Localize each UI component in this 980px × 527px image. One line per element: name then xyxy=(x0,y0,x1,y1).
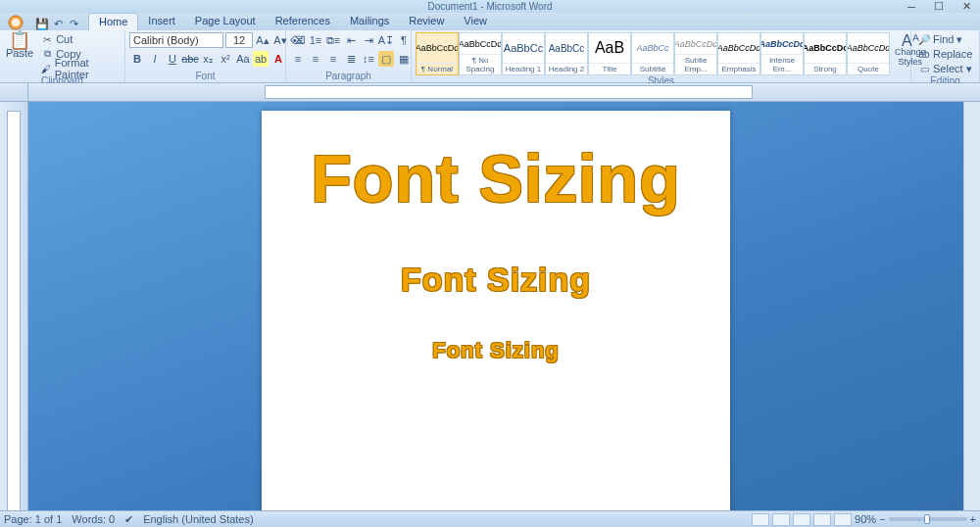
align-center-button[interactable]: ≡ xyxy=(308,51,323,67)
group-clipboard: 📋 Paste ✂Cut ⧉Copy 🖌Format Painter Clipb… xyxy=(0,30,125,82)
zoom-in-button[interactable]: + xyxy=(970,513,976,525)
bold-button[interactable]: B xyxy=(129,51,145,67)
wordart-text[interactable]: Font Sizing xyxy=(281,145,710,212)
tab-review[interactable]: Review xyxy=(399,13,454,30)
document-canvas[interactable]: Font SizingFont SizingFont Sizing xyxy=(28,102,963,510)
ribbon-tabs: 💾 ↶ ↷ HomeInsertPage LayoutReferencesMai… xyxy=(0,13,980,30)
minimize-button[interactable]: ─ xyxy=(898,0,925,13)
page[interactable]: Font SizingFont SizingFont Sizing xyxy=(262,111,730,510)
style--no-spacing[interactable]: AaBbCcDd¶ No Spacing xyxy=(459,32,502,75)
vertical-ruler-track xyxy=(7,111,21,510)
style-name: Heading 2 xyxy=(546,63,587,74)
outline-view-button[interactable] xyxy=(813,513,831,526)
zoom-out-button[interactable]: − xyxy=(879,513,885,525)
multilevel-list-button[interactable]: ⧉≡ xyxy=(325,32,341,48)
superscript-button[interactable]: x² xyxy=(218,51,233,67)
style--normal[interactable]: AaBbCcDd¶ Normal xyxy=(416,32,459,75)
tab-home[interactable]: Home xyxy=(88,13,138,30)
line-spacing-button[interactable]: ↕≡ xyxy=(361,51,376,67)
style-subtle-emp-[interactable]: AaBbCcDdSubtle Emp... xyxy=(674,32,717,75)
tab-references[interactable]: References xyxy=(266,13,340,30)
undo-icon[interactable]: ↶ xyxy=(51,17,65,30)
subscript-button[interactable]: x₂ xyxy=(200,51,216,67)
style-emphasis[interactable]: AaBbCcDdEmphasis xyxy=(717,32,760,75)
copy-icon: ⧉ xyxy=(41,48,53,60)
print-layout-view-button[interactable] xyxy=(752,513,769,526)
style-name: Strong xyxy=(805,63,846,74)
format-painter-button[interactable]: 🖌Format Painter xyxy=(38,62,121,75)
group-label-paragraph: Paragraph xyxy=(290,71,407,82)
strike-button[interactable]: abc xyxy=(182,51,198,67)
sort-button[interactable]: A↧ xyxy=(378,32,394,48)
cut-button[interactable]: ✂Cut xyxy=(38,32,121,46)
font-color-button[interactable]: A xyxy=(270,51,286,67)
style-preview: AaBbCc xyxy=(503,33,544,63)
full-screen-view-button[interactable] xyxy=(772,513,790,526)
maximize-button[interactable]: ☐ xyxy=(925,0,953,13)
style-preview: AaBbCcDd xyxy=(675,33,716,54)
zoom-slider[interactable] xyxy=(889,517,967,521)
style-name: ¶ No Spacing xyxy=(460,54,501,74)
font-size-combo[interactable]: 12 xyxy=(225,32,253,48)
zoom-level[interactable]: 90% xyxy=(855,513,876,525)
style-preview: AaBbCc xyxy=(546,33,587,63)
status-page[interactable]: Page: 1 of 1 xyxy=(4,513,62,525)
style-strong[interactable]: AaBbCcDcStrong xyxy=(804,32,847,75)
change-case-button[interactable]: Aa xyxy=(235,51,251,67)
font-family-value: Calibri (Body) xyxy=(133,34,199,46)
vertical-ruler[interactable] xyxy=(0,102,28,510)
tab-insert[interactable]: Insert xyxy=(138,13,185,30)
paste-label: Paste xyxy=(6,47,33,59)
align-right-button[interactable]: ≡ xyxy=(325,51,341,67)
italic-button[interactable]: I xyxy=(147,51,163,67)
draft-view-button[interactable] xyxy=(834,513,852,526)
highlight-color-button[interactable]: ab xyxy=(253,51,269,67)
wordart-text[interactable]: Font Sizing xyxy=(281,338,710,363)
office-button[interactable] xyxy=(2,15,31,30)
style-intense-em-[interactable]: AaBbCcDdIntense Em... xyxy=(760,32,804,75)
increase-indent-button[interactable]: ⇥ xyxy=(361,32,376,48)
bullets-button[interactable]: •≡ xyxy=(290,32,306,48)
style-heading-2[interactable]: AaBbCcHeading 2 xyxy=(545,32,588,75)
style-heading-1[interactable]: AaBbCcHeading 1 xyxy=(502,32,545,75)
decrease-indent-button[interactable]: ⇤ xyxy=(343,32,359,48)
quick-access-toolbar: 💾 ↶ ↷ xyxy=(35,17,80,30)
grow-font-icon[interactable]: A▴ xyxy=(255,32,270,48)
web-layout-view-button[interactable] xyxy=(793,513,810,526)
replace-label: Replace xyxy=(933,48,972,60)
style-preview: AaBbCcDd xyxy=(416,33,458,63)
tab-page-layout[interactable]: Page Layout xyxy=(185,13,266,30)
borders-button[interactable]: ▦ xyxy=(396,51,412,67)
find-label: Find xyxy=(933,33,954,45)
ruler-corner xyxy=(0,83,28,101)
font-family-combo[interactable]: Calibri (Body) xyxy=(129,32,223,48)
wordart-text[interactable]: Font Sizing xyxy=(281,261,710,299)
align-left-button[interactable]: ≡ xyxy=(290,51,306,67)
numbering-button[interactable]: 1≡ xyxy=(308,32,323,48)
tab-view[interactable]: View xyxy=(454,13,497,30)
svg-point-1 xyxy=(12,19,20,26)
spellcheck-icon[interactable]: ✔ xyxy=(124,513,133,526)
find-button[interactable]: 🔎Find▾ xyxy=(915,32,975,46)
justify-button[interactable]: ≣ xyxy=(343,51,359,67)
style-subtitle[interactable]: AaBbCcSubtitle xyxy=(631,32,674,75)
close-button[interactable]: ✕ xyxy=(953,0,980,13)
ruler[interactable] xyxy=(28,83,980,101)
replace-button[interactable]: abReplace xyxy=(915,47,975,61)
style-quote[interactable]: AaBbCcDdQuote xyxy=(847,32,890,75)
style-preview: AaBbCc xyxy=(632,33,673,63)
tab-mailings[interactable]: Mailings xyxy=(340,13,399,30)
show-marks-button[interactable]: ¶ xyxy=(396,32,412,48)
shading-button[interactable]: ▢ xyxy=(378,51,394,67)
vertical-scrollbar[interactable] xyxy=(963,102,980,510)
underline-button[interactable]: U xyxy=(165,51,180,67)
redo-icon[interactable]: ↷ xyxy=(67,17,80,30)
status-words[interactable]: Words: 0 xyxy=(72,513,115,525)
paste-button[interactable]: 📋 Paste xyxy=(4,32,35,61)
zoom-thumb[interactable] xyxy=(924,514,930,524)
save-icon[interactable]: 💾 xyxy=(35,17,49,30)
style-title[interactable]: AaBTitle xyxy=(588,32,631,75)
select-button[interactable]: ▭Select▾ xyxy=(915,62,975,75)
status-language[interactable]: English (United States) xyxy=(143,513,254,525)
ribbon: 📋 Paste ✂Cut ⧉Copy 🖌Format Painter Clipb… xyxy=(0,30,980,83)
